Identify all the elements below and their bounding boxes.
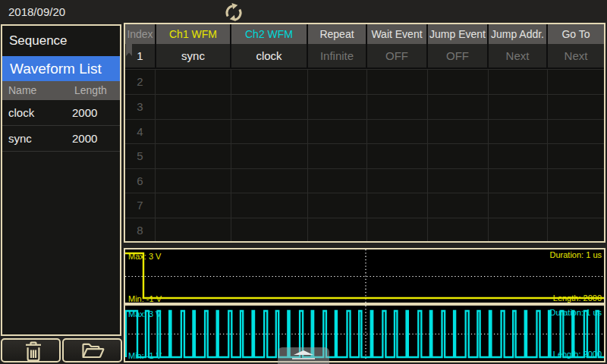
svg-text:Min: -1 V: Min: -1 V (128, 294, 162, 303)
svg-text:Max: 3 V: Max: 3 V (128, 252, 162, 261)
svg-text:Duration: 1 us: Duration: 1 us (550, 250, 602, 259)
svg-text:Length: 2000: Length: 2000 (553, 293, 602, 303)
svg-text:Duration: 1 us: Duration: 1 us (550, 308, 602, 317)
svg-text:Min: -1 V: Min: -1 V (128, 351, 162, 360)
svg-text:Max: 3 V: Max: 3 V (128, 309, 162, 318)
svg-text:Length: 2000: Length: 2000 (553, 350, 602, 359)
